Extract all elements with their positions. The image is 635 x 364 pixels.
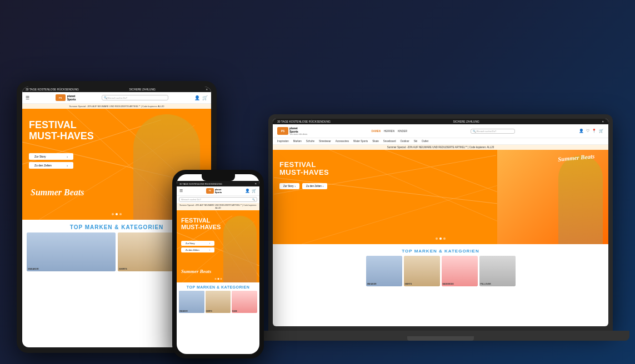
phone-categories: SNEAKER SHIRTS BADE <box>177 291 259 313</box>
tablet-topbar-left: 30 TAGE KOSTENLOSE RÜCKSENDUNG <box>26 88 79 91</box>
tablet-search[interactable]: 🔍 Wonach suchst Du? <box>102 95 168 100</box>
phone-header: ☰ PS planetSports 👤 🛒 <box>177 186 259 196</box>
wishlist-icon[interactable]: ♡ <box>586 129 589 133</box>
nav-skate[interactable]: Skate <box>372 140 379 143</box>
laptop-cat-pullover[interactable]: PULLOVER <box>479 256 516 286</box>
tablet-menu-icon[interactable]: ☰ <box>26 95 29 100</box>
laptop-cat-sneaker[interactable]: SNEAKER <box>366 256 402 286</box>
nav-ski[interactable]: Ski <box>414 140 417 143</box>
laptop-cat-shirts[interactable]: SHIRTS <box>404 256 440 286</box>
nav-streetwear[interactable]: Streetwear <box>319 140 331 143</box>
laptop-cat-bademode[interactable]: BADEMODE <box>442 256 478 286</box>
phone-logo-icon: PS <box>206 188 214 194</box>
phone-topbar: 30 TAGE KOSTENLOSE RÜCKSENDUNG × <box>177 181 259 186</box>
tablet-chevron-2: › <box>67 164 68 167</box>
tablet-cat-sneaker[interactable]: SNEAKER <box>27 232 116 271</box>
phone-dot-1[interactable] <box>214 278 216 280</box>
tablet-header-icons: 👤 🛒 <box>194 95 208 100</box>
nav-water-sports[interactable]: Water Sports <box>353 140 368 143</box>
phone-cat-shirts-label: SHIRTS <box>206 310 212 312</box>
tablet-hero-buttons: Zur Story › Zu den Zelten › <box>29 153 73 169</box>
laptop-site: 30 TAGE KOSTENLOSE RÜCKSENDUNG SICHERE Z… <box>273 119 608 326</box>
laptop-device: 30 TAGE KOSTENLOSE RÜCKSENDUNG SICHERE Z… <box>268 114 613 347</box>
tablet-zur-story-btn[interactable]: Zur Story › <box>29 153 73 160</box>
laptop-hero-buttons: Zur Story › Zu den Zelten › <box>279 183 327 189</box>
phone-site: 30 TAGE KOSTENLOSE RÜCKSENDUNG × ☰ PS pl… <box>177 174 259 354</box>
tablet-zu-den-zelten-btn[interactable]: Zu den Zelten › <box>29 162 73 169</box>
phone-cat-bade[interactable]: BADE <box>232 291 257 313</box>
scene: 30 TAGE KOSTENLOSE RÜCKSENDUNG SICHERE Z… <box>0 0 635 364</box>
phone-topbar-text: 30 TAGE KOSTENLOSE RÜCKSENDUNG <box>179 183 222 185</box>
phone-cat-sneaker-label: SNEAKER <box>179 310 188 312</box>
nav-kinder[interactable]: KINDER <box>398 130 407 133</box>
laptop-zu-den-zelten-btn[interactable]: Zu den Zelten › <box>302 183 327 189</box>
tablet-dot-3[interactable] <box>119 213 122 215</box>
laptop-hero-image <box>497 150 608 244</box>
phone-zu-den-zelten-btn[interactable]: Zu den Zelten › <box>181 247 214 252</box>
laptop-hero-person <box>558 155 603 244</box>
laptop-cat-sneaker-label: SNEAKER <box>367 283 377 285</box>
laptop-cat-bademode-label: BADEMODE <box>443 283 454 285</box>
cart-icon[interactable]: 🛒 <box>599 129 604 133</box>
nav-herren[interactable]: HERREN <box>384 130 394 133</box>
phone-cart-icon[interactable]: 🛒 <box>252 189 257 193</box>
phone-hero-dots <box>214 278 222 280</box>
nav-snowboard[interactable]: Snowboard <box>383 140 396 143</box>
tablet-hero-title: FESTIVAL MUST-HAVES <box>29 120 94 142</box>
laptop-topbar-close[interactable]: × <box>602 120 604 123</box>
laptop-hero-title: FESTIVAL MUST-HAVES <box>279 161 329 177</box>
phone-chevron-2: › <box>209 249 210 251</box>
hero-dot-1[interactable] <box>436 237 438 240</box>
phone-hero-buttons: Zur Story › Zu den Zelten › <box>181 241 214 252</box>
phone-section-title: TOP MARKEN & KATEGORIEN <box>177 282 259 291</box>
laptop-topbar-left: 30 TAGE KOSTENLOSE RÜCKSENDUNG <box>277 120 331 123</box>
phone-cat-shirts[interactable]: SHIRTS <box>206 291 231 313</box>
nav-accessoires[interactable]: Accessoires <box>336 140 349 143</box>
tablet-dot-2[interactable] <box>116 213 118 215</box>
location-icon[interactable]: 📍 <box>592 129 597 133</box>
nav-schuhe[interactable]: Schuhe <box>306 140 314 143</box>
laptop-header: PS planetSports You never ride alone. DA… <box>273 124 608 138</box>
phone-menu-icon[interactable]: ☰ <box>179 189 183 193</box>
laptop-search[interactable]: 🔍 Wonach suchst Du? <box>471 129 515 134</box>
phone-hero: FESTIVAL MUST-HAVES Zur Story › Zu den Z… <box>177 210 259 282</box>
nav-inspiration[interactable]: Inspiration <box>277 140 289 143</box>
laptop-header-icons: 👤 ♡ 📍 🛒 <box>579 129 604 133</box>
phone-cat-sneaker[interactable]: SNEAKER <box>179 291 204 313</box>
nav-outlet[interactable]: Outlet <box>422 140 428 143</box>
laptop-topbar: 30 TAGE KOSTENLOSE RÜCKSENDUNG SICHERE Z… <box>273 119 608 124</box>
tablet-topbar-right: SICHERE ZAHLUNG <box>129 88 156 91</box>
laptop-topbar-right: SICHERE ZAHLUNG <box>453 120 479 123</box>
tablet-cart-icon[interactable]: 🛒 <box>202 95 208 100</box>
hero-dot-3[interactable] <box>443 237 446 240</box>
phone-hero-title: FESTIVAL MUST-HAVES <box>181 217 221 230</box>
phone-hero-person <box>223 216 257 282</box>
laptop-logo-sub: You never ride alone. <box>289 133 308 135</box>
tablet-chevron-1: › <box>67 155 68 158</box>
laptop-base <box>252 331 629 341</box>
phone-dot-2[interactable] <box>217 278 219 280</box>
phone-zur-story-btn[interactable]: Zur Story › <box>181 241 214 246</box>
phone-dot-3[interactable] <box>220 278 222 280</box>
laptop-categories: SNEAKER SHIRTS BADEMODE PULLOVER <box>273 256 608 290</box>
phone-topbar-close[interactable]: × <box>254 182 257 185</box>
tablet-dot-1[interactable] <box>112 213 114 215</box>
phone-body: 30 TAGE KOSTENLOSE RÜCKSENDUNG × ☰ PS pl… <box>172 170 264 358</box>
nav-outdoor[interactable]: Outdoor <box>400 140 409 143</box>
phone-search[interactable]: Wonach suchst Du? 🔍 <box>179 197 257 202</box>
phone-summer-beats: Summer Beats <box>181 269 211 274</box>
nav-damen[interactable]: DAMEN <box>371 130 381 133</box>
tablet-logo-text: planetSports <box>67 94 76 101</box>
phone-user-icon[interactable]: 👤 <box>245 189 250 193</box>
phone-logo-text: planetSports <box>215 188 222 194</box>
user-icon[interactable]: 👤 <box>579 129 584 133</box>
hero-dot-2[interactable] <box>439 237 442 240</box>
tablet-topbar: 30 TAGE KOSTENLOSE RÜCKSENDUNG SICHERE Z… <box>22 87 211 92</box>
tablet-topbar-close[interactable]: × <box>206 88 208 91</box>
phone-screen: 30 TAGE KOSTENLOSE RÜCKSENDUNG × ☰ PS pl… <box>177 174 259 354</box>
tablet-user-icon[interactable]: 👤 <box>194 95 200 100</box>
nav-marken[interactable]: Marken <box>293 140 302 143</box>
laptop-search-text: Wonach suchst Du? <box>476 130 496 133</box>
laptop-zur-story-btn[interactable]: Zur Story › <box>279 183 299 189</box>
laptop-promo-bar: Summer Special: -20% AUF NEUWARE UND RED… <box>273 145 608 150</box>
